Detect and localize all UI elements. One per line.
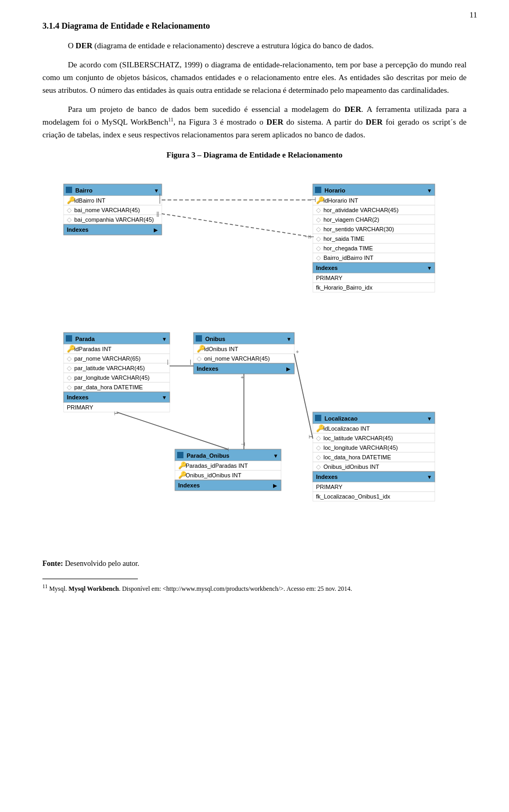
- svg-text:▼: ▼: [286, 336, 292, 342]
- svg-text:loc_data_hora DATETIME: loc_data_hora DATETIME: [323, 454, 391, 460]
- svg-line-104: [117, 412, 228, 449]
- svg-text:|: |: [159, 197, 161, 204]
- figure-title: Figura 3 – Diagrama de Entidade e Relaci…: [42, 151, 467, 160]
- svg-text:◇: ◇: [316, 434, 321, 442]
- svg-text:Paradas_idParadas INT: Paradas_idParadas INT: [186, 462, 248, 469]
- svg-text:hor_sentido VARCHAR(30): hor_sentido VARCHAR(30): [323, 226, 394, 232]
- svg-text:Bairro_idBairro INT: Bairro_idBairro INT: [323, 255, 373, 261]
- svg-text:idHorario INT: idHorario INT: [323, 197, 358, 204]
- svg-rect-17: [315, 187, 321, 193]
- svg-text:Indexes: Indexes: [316, 474, 338, 480]
- svg-text:◇: ◇: [316, 245, 321, 252]
- svg-text:◇: ◇: [67, 364, 72, 372]
- svg-text:◇: ◇: [316, 216, 321, 223]
- svg-text:▼: ▼: [427, 416, 432, 422]
- svg-text:▼: ▼: [162, 336, 167, 342]
- diagram-svg: Bairro ▼ 🔑 idBairro INT ◇ bai_nome VARCH…: [53, 168, 456, 550]
- svg-text:par_latitude VARCHAR(45): par_latitude VARCHAR(45): [74, 365, 145, 371]
- svg-text:Parada: Parada: [75, 336, 95, 342]
- svg-text:+: +: [296, 349, 299, 355]
- svg-text:Indexes: Indexes: [178, 482, 200, 488]
- svg-text:fk_Horario_Bairro_idx: fk_Horario_Bairro_idx: [316, 284, 373, 291]
- svg-text:◇: ◇: [316, 225, 321, 233]
- svg-text:idBairro INT: idBairro INT: [74, 197, 106, 204]
- svg-text:◇: ◇: [316, 444, 321, 451]
- svg-text:Indexes: Indexes: [67, 394, 89, 400]
- svg-text:Onibus: Onibus: [205, 336, 225, 342]
- svg-text:par_longitude VARCHAR(45): par_longitude VARCHAR(45): [74, 374, 150, 381]
- svg-text:+: +: [241, 374, 244, 380]
- svg-text:Indexes: Indexes: [67, 226, 89, 233]
- svg-text:bai_nome VARCHAR(45): bai_nome VARCHAR(45): [74, 207, 140, 213]
- footnote-text: 11 Mysql. Mysql Workbench. Disponível em…: [42, 582, 467, 593]
- svg-text:idOnibus INT: idOnibus INT: [204, 346, 238, 352]
- svg-text:hor_atividade VARCHAR(45): hor_atividade VARCHAR(45): [323, 207, 399, 213]
- svg-text:◇: ◇: [67, 383, 72, 391]
- svg-text:par_data_hora DATETIME: par_data_hora DATETIME: [74, 384, 143, 390]
- svg-text:|: |: [167, 359, 169, 365]
- paragraph-3: Para um projeto de banco de dados bem su…: [42, 103, 467, 141]
- paragraph-2: De acordo com (SILBERSCHATZ, 1999) o dia…: [42, 58, 467, 97]
- svg-text:⊢: ⊢: [309, 434, 313, 440]
- svg-text:Onibus_idOnibus INT: Onibus_idOnibus INT: [323, 464, 379, 470]
- svg-line-136: [294, 354, 313, 439]
- svg-text:⊣⊢: ⊣⊢: [305, 234, 314, 240]
- svg-text:|: |: [190, 359, 191, 365]
- svg-text:loc_latitude VARCHAR(45): loc_latitude VARCHAR(45): [323, 435, 393, 441]
- svg-text:▶: ▶: [273, 483, 277, 488]
- svg-rect-1: [66, 187, 72, 193]
- svg-text:▼: ▼: [427, 188, 432, 194]
- entity-onibus: Onibus ▼ 🔑 idOnibus INT ◇ oni_nome VARCH…: [194, 333, 294, 374]
- svg-rect-111: [315, 415, 321, 421]
- svg-text:idLocalizacao INT: idLocalizacao INT: [323, 425, 370, 432]
- svg-text:PRIMARY: PRIMARY: [67, 404, 94, 411]
- svg-rect-52: [66, 335, 72, 342]
- svg-text:fk_Localizacao_Onibus1_idx: fk_Localizacao_Onibus1_idx: [316, 493, 391, 500]
- svg-text:◇: ◇: [316, 206, 321, 214]
- svg-text:hor_saida TIME: hor_saida TIME: [323, 235, 364, 242]
- svg-text:PRIMARY: PRIMARY: [316, 275, 343, 281]
- svg-text:⊣: ⊣: [241, 441, 245, 447]
- svg-text:oni_nome VARCHAR(45): oni_nome VARCHAR(45): [204, 355, 270, 362]
- svg-text:hor_chegada TIME: hor_chegada TIME: [323, 245, 373, 251]
- svg-rect-76: [196, 335, 202, 342]
- svg-text:PRIMARY: PRIMARY: [316, 484, 343, 490]
- svg-text:Bairro: Bairro: [75, 187, 93, 194]
- svg-text:◇: ◇: [316, 235, 321, 242]
- svg-text:◇: ◇: [67, 355, 72, 362]
- entity-bairro: Bairro ▼ 🔑 idBairro INT ◇ bai_nome VARCH…: [64, 184, 162, 235]
- svg-text:⊣: ⊣: [224, 447, 229, 452]
- footnote-line: [42, 579, 138, 579]
- svg-text:idParadas INT: idParadas INT: [74, 346, 112, 352]
- svg-text:▼: ▼: [427, 265, 432, 271]
- fonte-text: Fonte: Desenvolvido pelo autor.: [42, 560, 467, 568]
- svg-line-48: [162, 214, 313, 237]
- svg-text:◇: ◇: [316, 254, 321, 261]
- entity-localizacao: Localizacao ▼ 🔑 idLocalizacao INT ◇ loc_…: [313, 412, 435, 501]
- svg-text:▼: ▼: [154, 188, 159, 194]
- svg-text:Indexes: Indexes: [316, 265, 338, 271]
- svg-text:⊣: ⊣: [310, 196, 316, 204]
- diagram-container: Bairro ▼ 🔑 idBairro INT ◇ bai_nome VARCH…: [42, 168, 467, 550]
- svg-text:▼: ▼: [427, 474, 432, 480]
- svg-text:par_nome VARCHAR(65): par_nome VARCHAR(65): [74, 355, 141, 362]
- svg-text:▶: ▶: [286, 366, 291, 372]
- entity-parada: Parada ▼ 🔑 idParadas INT ◇ par_nome VARC…: [64, 333, 170, 412]
- svg-text:||: ||: [156, 211, 159, 217]
- svg-text:⊢: ⊢: [114, 411, 119, 416]
- entity-horario: Horario ▼ 🔑 idHorario INT ◇ hor_atividad…: [313, 184, 435, 292]
- svg-text:◇: ◇: [67, 206, 72, 214]
- svg-text:loc_longitude VARCHAR(45): loc_longitude VARCHAR(45): [323, 444, 398, 451]
- svg-text:◇: ◇: [316, 463, 321, 470]
- svg-text:bai_companhia VARCHAR(45): bai_companhia VARCHAR(45): [74, 216, 154, 223]
- svg-text:◇: ◇: [197, 355, 202, 362]
- svg-text:Onibus_idOnibus INT: Onibus_idOnibus INT: [186, 472, 241, 478]
- svg-text:Parada_Onibus: Parada_Onibus: [187, 452, 230, 459]
- svg-text:◇: ◇: [67, 374, 72, 381]
- svg-text:▼: ▼: [273, 453, 278, 459]
- svg-text:▶: ▶: [154, 227, 158, 233]
- section-title: 3.1.4 Diagrama de Entidade e Relacioname…: [42, 21, 467, 31]
- paragraph-1: O DER (diagrama de entidade e relacionam…: [42, 39, 467, 52]
- entity-parada-onibus: Parada_Onibus ▼ 🔑 Paradas_idParadas INT …: [175, 449, 281, 491]
- svg-text:Localizacao: Localizacao: [324, 415, 358, 422]
